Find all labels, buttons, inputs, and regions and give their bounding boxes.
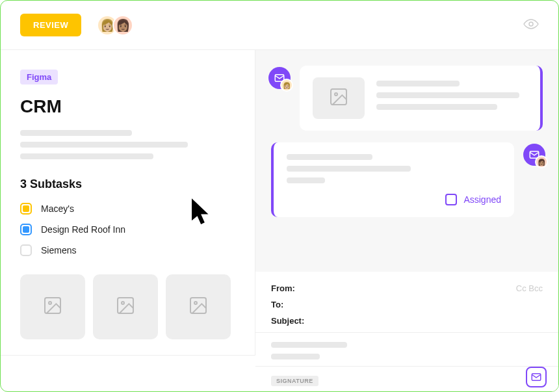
content-area: Figma CRM 3 Subtasks Macey's Design Red … <box>1 50 558 391</box>
attachment-thumb[interactable] <box>93 274 158 339</box>
cc-button[interactable]: Cc <box>516 283 526 293</box>
compose-subject-row[interactable]: Subject: <box>271 316 543 326</box>
right-panel: 👩🏼 👩🏽 <box>255 50 558 391</box>
project-tag[interactable]: Figma <box>20 70 58 85</box>
message-body <box>313 77 527 119</box>
from-label: From: <box>271 283 295 293</box>
mail-badge-icon: 👩🏽 <box>523 144 545 166</box>
message-card[interactable]: 👩🏽 Assigned <box>271 142 514 217</box>
compose-from-row[interactable]: From: Cc Bcc <box>271 283 543 293</box>
checkbox-icon[interactable] <box>20 203 32 215</box>
svg-point-9 <box>335 93 337 96</box>
message-thumb <box>313 77 365 119</box>
text-placeholder <box>20 130 132 136</box>
page-title: CRM <box>20 96 235 117</box>
image-placeholder-icon <box>188 295 209 319</box>
subtask-label: Siemens <box>41 245 76 255</box>
compose-panel: From: Cc Bcc To: Subject: SIGNATURE <box>255 272 558 391</box>
subtask-label: Design Red Roof Inn <box>41 224 125 235</box>
checkbox-icon[interactable] <box>20 224 32 235</box>
checkbox-icon[interactable] <box>20 244 32 256</box>
to-label: To: <box>271 300 283 309</box>
compose-body-placeholder[interactable] <box>271 342 543 359</box>
assigned-toggle[interactable]: Assigned <box>287 194 501 205</box>
cc-bcc-group[interactable]: Cc Bcc <box>516 283 543 293</box>
checkbox-icon[interactable] <box>445 194 457 205</box>
svg-point-0 <box>529 22 533 26</box>
review-button[interactable]: REVIEW <box>20 14 81 36</box>
text-placeholder <box>20 142 188 148</box>
image-placeholder-icon <box>42 295 63 319</box>
message-text-placeholder <box>287 154 501 183</box>
avatar[interactable]: 👩🏽 <box>112 15 133 36</box>
message-text-placeholder <box>376 81 527 116</box>
subtask-item[interactable]: Siemens <box>20 244 235 256</box>
send-button[interactable] <box>526 367 547 387</box>
subtask-item[interactable]: Design Red Roof Inn <box>20 224 235 235</box>
svg-point-6 <box>194 302 197 304</box>
left-panel: Figma CRM 3 Subtasks Macey's Design Red … <box>1 50 255 356</box>
svg-point-4 <box>122 302 124 304</box>
text-placeholder <box>20 153 153 159</box>
compose-to-row[interactable]: To: <box>271 300 543 309</box>
mail-badge-icon: 👩🏼 <box>268 67 291 89</box>
svg-point-2 <box>49 302 51 304</box>
bcc-button[interactable]: Bcc <box>528 283 543 293</box>
subtasks-heading: 3 Subtasks <box>20 177 235 191</box>
attachment-thumb[interactable] <box>20 274 85 339</box>
image-placeholder-icon <box>115 295 136 319</box>
attachment-thumbs <box>20 274 235 339</box>
subject-label: Subject: <box>271 316 304 326</box>
visibility-icon[interactable] <box>523 16 539 34</box>
assigned-label: Assigned <box>463 194 501 205</box>
attachment-thumb[interactable] <box>166 274 231 339</box>
header-left-group: REVIEW 👩🏼 👩🏽 <box>20 14 133 36</box>
subtask-item[interactable]: Macey's <box>20 203 235 215</box>
subtask-label: Macey's <box>41 203 74 214</box>
avatar-stack[interactable]: 👩🏼 👩🏽 <box>97 15 133 36</box>
divider <box>255 332 558 333</box>
avatar: 👩🏼 <box>280 79 293 92</box>
image-placeholder-icon <box>328 86 349 110</box>
divider <box>255 366 558 367</box>
header: REVIEW 👩🏼 👩🏽 <box>1 1 558 50</box>
signature-button[interactable]: SIGNATURE <box>271 376 318 386</box>
avatar: 👩🏽 <box>535 155 548 168</box>
message-card[interactable]: 👩🏼 <box>300 66 543 131</box>
